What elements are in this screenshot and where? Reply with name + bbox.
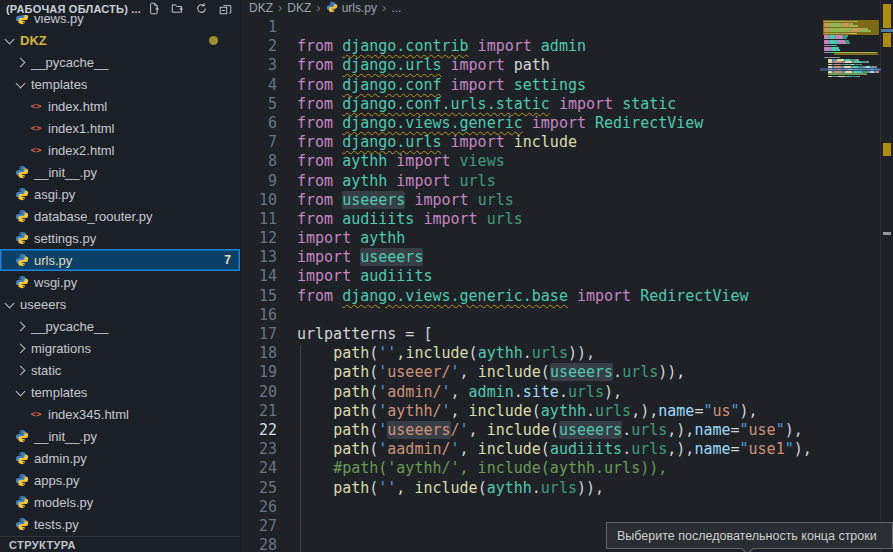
modified-dot — [209, 36, 218, 45]
python-icon — [15, 275, 29, 289]
tree-item-label: __init__.py — [34, 165, 97, 180]
refresh-icon[interactable] — [195, 2, 208, 15]
new-file-icon[interactable] — [147, 2, 160, 15]
new-folder-icon[interactable] — [171, 2, 184, 15]
python-icon — [15, 165, 29, 179]
code-line[interactable]: 25 path('', include(aythh.urls)), — [241, 479, 893, 498]
tree-item-label: index345.html — [48, 407, 129, 422]
tree-item--pycache-[interactable]: __pycache__ — [0, 51, 240, 73]
breadcrumb-item-DKZ[interactable]: DKZ — [287, 1, 311, 15]
tree-item-label: templates — [31, 385, 87, 400]
code-line[interactable]: 9from aythh import urls — [241, 172, 893, 191]
code-line[interactable]: 24 #path('aythh/', include(aythh.urls)), — [241, 459, 893, 478]
minimap[interactable] — [820, 16, 881, 276]
code-line[interactable]: 2from django.contrib import admin — [241, 37, 893, 56]
python-icon — [15, 231, 29, 245]
python-icon — [15, 473, 29, 487]
line-number: 12 — [241, 229, 297, 248]
chevron-right-icon — [16, 365, 26, 375]
tree-item-label: templates — [31, 77, 87, 92]
tree-item-DKZ[interactable]: DKZ — [0, 29, 240, 51]
code-line[interactable]: 14import audiiits — [241, 267, 893, 286]
tree-item--pycache-[interactable]: __pycache__ — [0, 315, 240, 337]
tree-item-label: index2.html — [48, 143, 114, 158]
tree-item-urls-py[interactable]: urls.py7 — [0, 249, 240, 271]
tree-item-templates[interactable]: templates — [0, 73, 240, 95]
collapse-all-icon[interactable] — [219, 2, 232, 15]
tree-item-label: __pycache__ — [31, 319, 108, 334]
code-line[interactable]: 3from django.urls import path — [241, 56, 893, 75]
tree-item-static[interactable]: static — [0, 359, 240, 381]
tree-item-useeers[interactable]: useeers — [0, 293, 240, 315]
ruler-warning-mark — [883, 4, 891, 28]
code-line[interactable]: 10from useeers import urls — [241, 191, 893, 210]
tree-item-label: index1.html — [48, 121, 114, 136]
line-number: 8 — [241, 152, 297, 171]
tree-item-migrations[interactable]: migrations — [0, 337, 240, 359]
code-line[interactable]: 12import aythh — [241, 229, 893, 248]
tree-item--init-py[interactable]: __init__.py — [0, 161, 240, 183]
line-number: 10 — [241, 191, 297, 210]
tree-item-index2-html[interactable]: <>index2.html — [0, 139, 240, 161]
code-line[interactable]: 13import useeers — [241, 248, 893, 267]
tree-item-tests-py[interactable]: tests.py — [0, 513, 240, 535]
tree-item-label: admin.py — [34, 451, 87, 466]
minimap-current-line — [820, 68, 881, 71]
code-line[interactable]: 11from audiiits import urls — [241, 210, 893, 229]
tree-item-label: database_roouter.py — [34, 209, 153, 224]
breadcrumb-item-urls-py[interactable]: urls.py — [326, 1, 377, 16]
python-icon — [15, 517, 29, 531]
code-line[interactable]: 19 path('useeer/', include(useeers.urls)… — [241, 363, 893, 382]
code-line[interactable]: 4from django.conf import settings — [241, 76, 893, 95]
line-number: 2 — [241, 37, 297, 56]
tree-item-label: __init__.py — [34, 429, 97, 444]
tree-item-index-html[interactable]: <>index.html — [0, 95, 240, 117]
indent-guide — [300, 345, 301, 552]
chevron-down-icon — [5, 34, 15, 44]
workspace-section-header[interactable]: (РАБОЧАЯ ОБЛАСТЬ) ... — [0, 0, 240, 15]
python-icon — [15, 451, 29, 465]
ruler-warning-mark — [883, 143, 891, 156]
code-line[interactable]: 7from django.urls import include — [241, 133, 893, 152]
tree-item-index1-html[interactable]: <>index1.html — [0, 117, 240, 139]
tree-item-database-roouter-py[interactable]: database_roouter.py — [0, 205, 240, 227]
workspace-title: (РАБОЧАЯ ОБЛАСТЬ) ... — [6, 3, 141, 15]
code-line[interactable]: 17urlpatterns = [ — [241, 325, 893, 344]
line-number: 7 — [241, 133, 297, 152]
code-line[interactable]: 20 path('admin/', admin.site.urls), — [241, 383, 893, 402]
tree-item-label: wsgi.py — [34, 275, 77, 290]
outline-section-header[interactable]: СТРУКТУРА — [0, 536, 240, 552]
tree-item-index345-html[interactable]: <>index345.html — [0, 403, 240, 425]
tree-item-models-py[interactable]: models.py — [0, 491, 240, 513]
code-line[interactable]: 1 — [241, 18, 893, 37]
tree-item--init-py[interactable]: __init__.py — [0, 425, 240, 447]
breadcrumb-item-DKZ[interactable]: DKZ — [249, 1, 273, 15]
line-number: 21 — [241, 402, 297, 421]
code-line[interactable]: 26 — [241, 498, 893, 517]
tree-item-wsgi-py[interactable]: wsgi.py — [0, 271, 240, 293]
line-number: 16 — [241, 306, 297, 325]
code-line[interactable]: 23 path('aadmin/', include(audiiits.urls… — [241, 440, 893, 459]
line-number: 3 — [241, 56, 297, 75]
tree-item-templates[interactable]: templates — [0, 381, 240, 403]
code-line[interactable]: 18 path('',include(aythh.urls)), — [241, 344, 893, 363]
code-area[interactable]: 12from django.contrib import admin3from … — [241, 16, 893, 552]
line-number: 15 — [241, 287, 297, 306]
tree-item-apps-py[interactable]: apps.py — [0, 469, 240, 491]
tree-item-settings-py[interactable]: settings.py — [0, 227, 240, 249]
breadcrumb-item--[interactable]: ... — [391, 1, 401, 15]
code-line[interactable]: 8from aythh import views — [241, 152, 893, 171]
code-line[interactable]: 22 path('useeers/', include(useeers.urls… — [241, 421, 893, 440]
tree-item-label: apps.py — [34, 473, 80, 488]
code-line[interactable]: 6from django.views.generic import Redire… — [241, 114, 893, 133]
tree-item-asgi-py[interactable]: asgi.py — [0, 183, 240, 205]
editor-pane[interactable]: DKZ›DKZ›urls.py›... 12from django.contri… — [240, 0, 893, 552]
code-line[interactable]: 5from django.conf.urls.static import sta… — [241, 95, 893, 114]
code-line[interactable]: 21 path('aythh/', include(aythh.urls,),n… — [241, 402, 893, 421]
tree-item-label: models.py — [34, 495, 93, 510]
line-number: 9 — [241, 172, 297, 191]
tree-item-admin-py[interactable]: admin.py — [0, 447, 240, 469]
code-line[interactable]: 16 — [241, 306, 893, 325]
overview-ruler[interactable] — [880, 0, 893, 552]
code-line[interactable]: 15from django.views.generic.base import … — [241, 287, 893, 306]
